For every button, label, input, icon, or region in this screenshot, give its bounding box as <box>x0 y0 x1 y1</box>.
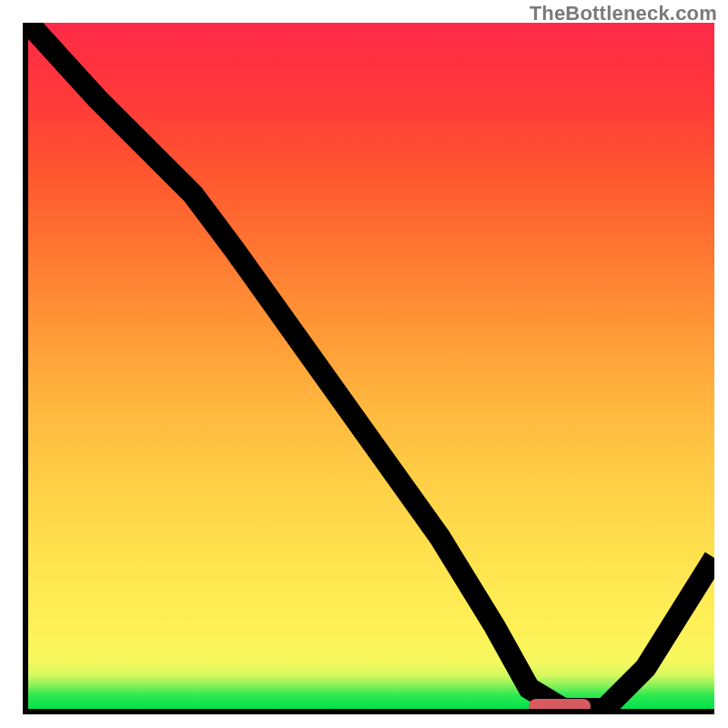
plot-area <box>23 23 714 714</box>
bottleneck-curve <box>28 23 714 709</box>
optimal-zone-marker <box>529 699 591 713</box>
chart-root: TheBottleneck.com <box>0 0 728 728</box>
